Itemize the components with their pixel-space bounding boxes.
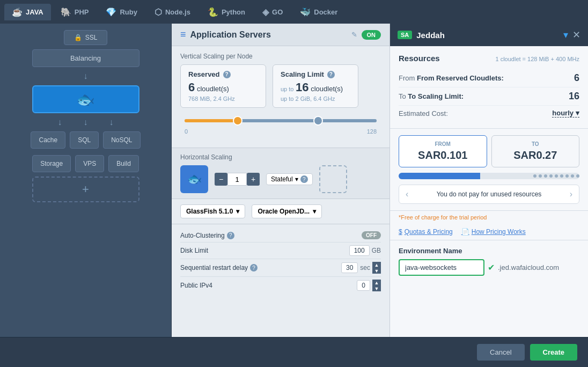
auto-cluster-help-icon[interactable]: ? bbox=[227, 232, 234, 239]
prev-arrow-icon[interactable]: ‹ bbox=[406, 189, 408, 199]
tab-nodejs[interactable]: ⬡ Node.js bbox=[147, 4, 198, 20]
stateful-label: Stateful bbox=[271, 175, 293, 183]
tab-java[interactable]: ☕ JAVA bbox=[4, 4, 51, 20]
ipv4-down-button[interactable]: ▼ bbox=[372, 285, 381, 291]
arrow-middle-icon: ↓ bbox=[84, 118, 88, 127]
scaling-unit: cloudlet(s) bbox=[311, 85, 343, 93]
scaling-limit-help-icon[interactable]: ? bbox=[327, 71, 335, 78]
cost-to-box: TO SAR0.27 bbox=[491, 135, 580, 167]
lock-icon: 🔒 bbox=[74, 34, 82, 41]
restart-up-button[interactable]: ▲ bbox=[372, 262, 381, 268]
scaling-limit-label: Scaling Limit bbox=[281, 70, 324, 78]
cancel-button[interactable]: Cancel bbox=[477, 344, 524, 361]
stepper-plus-button[interactable]: + bbox=[247, 173, 260, 186]
reserved-unit: cloudlet(s) bbox=[197, 85, 229, 93]
cost-boxes: FROM SAR0.101 TO SAR0.27 bbox=[399, 135, 579, 167]
tab-docker[interactable]: 🐳 Docker bbox=[292, 4, 345, 20]
create-button[interactable]: Create bbox=[530, 344, 577, 361]
cost-bar bbox=[399, 173, 579, 179]
region-dropdown-button[interactable]: ▾ bbox=[563, 29, 568, 41]
scaling-up-label: up to bbox=[281, 86, 293, 92]
quotas-pricing-link[interactable]: $ Quotas & Pricing bbox=[399, 228, 453, 236]
fish-icon: 🐟 bbox=[76, 91, 95, 108]
restart-value-container: 30 sec ▲ ▼ bbox=[341, 262, 381, 274]
docker-icon: 🐳 bbox=[300, 7, 311, 17]
storage-button[interactable]: Storage bbox=[32, 155, 71, 172]
nosql-button[interactable]: NoSQL bbox=[103, 131, 140, 149]
glassfish-chevron-icon: ▾ bbox=[236, 208, 239, 215]
reserved-help-icon[interactable]: ? bbox=[223, 71, 231, 78]
from-label: From From Reserved Cloudlets: bbox=[399, 74, 504, 82]
balancing-button[interactable]: Balancing bbox=[32, 49, 139, 67]
ipv4-up-button[interactable]: ▲ bbox=[372, 280, 381, 285]
tab-php[interactable]: 🐘 PHP bbox=[53, 4, 97, 20]
edit-icon[interactable]: ✎ bbox=[351, 31, 357, 39]
trial-msg: *Free of charge for the trial period bbox=[390, 211, 588, 224]
add-node-button[interactable]: + bbox=[32, 177, 139, 202]
close-button[interactable]: ✕ bbox=[572, 29, 580, 41]
db-row: Cache SQL NoSQL bbox=[31, 131, 140, 149]
tab-bar: ☕ JAVA 🐘 PHP 💎 Ruby ⬡ Node.js 🐍 Python ◈… bbox=[0, 0, 588, 24]
to-scaling-row: To To Scaling Limit: 16 bbox=[399, 87, 579, 106]
how-pricing-link[interactable]: 📄 How Pricing Works bbox=[461, 228, 526, 236]
env-name-input[interactable] bbox=[399, 259, 484, 276]
tab-python[interactable]: 🐍 Python bbox=[200, 4, 253, 20]
tab-python-label: Python bbox=[222, 8, 245, 16]
estimated-chevron-icon: ▾ bbox=[576, 109, 579, 117]
vps-button[interactable]: VPS bbox=[75, 155, 104, 172]
how-pricing-label: How Pricing Works bbox=[472, 228, 526, 236]
cost-from-box: FROM SAR0.101 bbox=[399, 135, 487, 167]
arrows-row: ↓ ↓ ↓ bbox=[58, 118, 114, 127]
oracle-select[interactable]: Oracle OpenJD... ▾ bbox=[252, 204, 322, 218]
sql-button[interactable]: SQL bbox=[70, 131, 99, 149]
node-count-stepper[interactable]: − 1 + bbox=[215, 173, 260, 186]
check-icon: ✔ bbox=[488, 262, 495, 273]
right-header: SA Jeddah ▾ ✕ bbox=[390, 24, 588, 46]
cloudlet-boxes: Reserved ? 6 cloudlet(s) 768 MiB, 2.4 GH… bbox=[180, 64, 381, 108]
resources-section: Resources 1 cloudlet = 128 MiB + 400 MHz… bbox=[390, 46, 588, 129]
restart-down-button[interactable]: ▼ bbox=[372, 268, 381, 274]
app-servers-header: ≡ Application Servers ✎ ON bbox=[172, 24, 389, 46]
scaling-up-value: 16 bbox=[296, 80, 308, 94]
unused-msg: ‹ You do not pay for unused resources › bbox=[399, 185, 579, 204]
build-button[interactable]: Build bbox=[108, 155, 139, 172]
tab-go[interactable]: ◈ GO bbox=[255, 4, 290, 20]
stepper-minus-button[interactable]: − bbox=[215, 173, 227, 186]
toggle-on-badge[interactable]: ON bbox=[362, 30, 381, 40]
auto-cluster-row: Auto-Clustering ? OFF bbox=[180, 229, 381, 243]
cost-bar-fill bbox=[399, 173, 480, 179]
restart-delay-row: Sequential restart delay ? 30 sec ▲ ▼ bbox=[180, 259, 381, 277]
right-panel: SA Jeddah ▾ ✕ Resources 1 cloudlet = 128… bbox=[389, 24, 588, 367]
app-server-node[interactable]: 🐟 bbox=[32, 85, 139, 113]
scaling-limit-box: Scaling Limit ? up to 16 cloudlet(s) up … bbox=[273, 64, 358, 108]
footer-buttons: Cancel Create bbox=[0, 337, 588, 367]
disk-value: 100 bbox=[349, 245, 370, 256]
estimated-dropdown[interactable]: hourly ▾ bbox=[552, 109, 579, 118]
ssl-button[interactable]: 🔒 SSL bbox=[64, 30, 108, 45]
glassfish-select[interactable]: GlassFish 5.1.0 ▾ bbox=[180, 204, 245, 218]
tab-php-label: PHP bbox=[75, 8, 89, 16]
scaling-sub: up to 2 GiB, 6.4 GHz bbox=[281, 96, 350, 102]
stateful-dropdown[interactable]: Stateful ▾ ? bbox=[266, 173, 313, 185]
public-ipv4-stepper[interactable]: ▲ ▼ bbox=[372, 280, 381, 291]
estimated-value-text: hourly bbox=[552, 109, 574, 117]
scaling-handle[interactable] bbox=[313, 116, 323, 126]
nodejs-icon: ⬡ bbox=[155, 7, 162, 17]
restart-stepper[interactable]: ▲ ▼ bbox=[372, 262, 381, 274]
cache-button[interactable]: Cache bbox=[31, 131, 65, 149]
cloudlet-slider[interactable]: 0 128 bbox=[180, 114, 381, 135]
php-icon: 🐘 bbox=[61, 7, 71, 17]
horizontal-label: Horizontal Scaling bbox=[180, 153, 381, 161]
reserved-handle[interactable] bbox=[233, 116, 242, 126]
cost-bar-dots bbox=[533, 174, 579, 178]
tab-ruby[interactable]: 💎 Ruby bbox=[98, 4, 145, 20]
public-ipv4-label: Public IPv4 bbox=[180, 282, 212, 289]
arrow-left-icon: ↓ bbox=[58, 118, 62, 127]
next-arrow-icon[interactable]: › bbox=[570, 189, 572, 199]
left-panel: 🔒 SSL Balancing ↓ 🐟 ↓ ↓ ↓ Cache SQL bbox=[0, 24, 172, 367]
stateful-help-icon[interactable]: ? bbox=[300, 175, 308, 183]
restart-help-icon[interactable]: ? bbox=[250, 264, 258, 271]
reserved-label: Reserved bbox=[188, 70, 220, 78]
node-icon: 🐟 bbox=[180, 165, 208, 193]
auto-cluster-toggle[interactable]: OFF bbox=[362, 231, 381, 239]
